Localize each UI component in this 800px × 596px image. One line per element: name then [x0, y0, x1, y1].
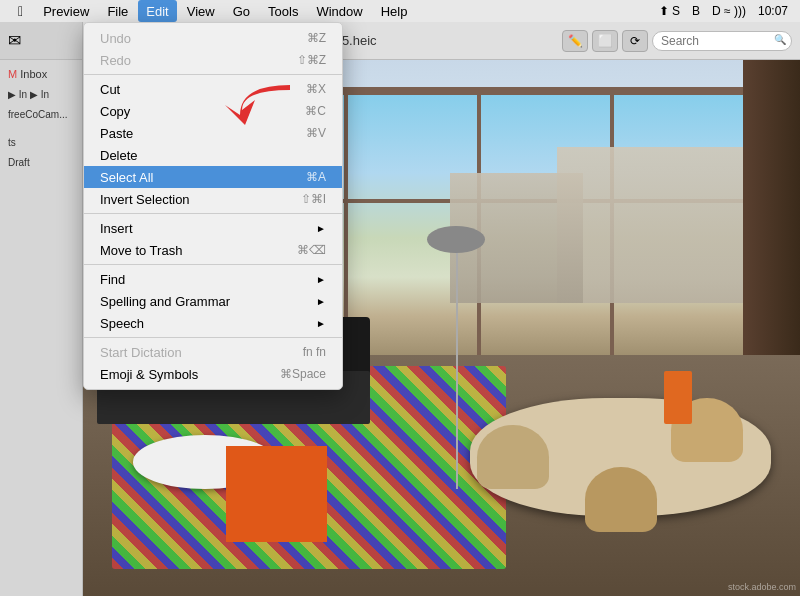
- watermark: stock.adobe.com: [728, 582, 796, 592]
- menu-item-find[interactable]: Find ►: [84, 268, 342, 290]
- menu-item-cut[interactable]: Cut ⌘X: [84, 78, 342, 100]
- menubar-window[interactable]: Window: [308, 0, 370, 22]
- mail-draft-label[interactable]: Draft: [0, 152, 82, 172]
- mail-in[interactable]: ▶ In ▶ In: [0, 84, 82, 104]
- search-container: 🔍: [652, 31, 792, 51]
- menu-item-invert-selection[interactable]: Invert Selection ⇧⌘I: [84, 188, 342, 210]
- menu-item-undo[interactable]: Undo ⌘Z: [84, 27, 342, 49]
- menubar-clock: 10:07: [754, 4, 792, 18]
- table-lamp: [664, 371, 693, 425]
- menu-item-select-all[interactable]: Select All ⌘A: [84, 166, 342, 188]
- menu-item-insert[interactable]: Insert ►: [84, 217, 342, 239]
- search-input[interactable]: [652, 31, 792, 51]
- floor-lamp-pole: [456, 248, 458, 489]
- mail-inbox[interactable]: M Inbox: [0, 64, 82, 84]
- toolbar-icons: ✏️ ⬜ ⟳ 🔍: [562, 30, 792, 52]
- orange-ottoman: [226, 446, 326, 542]
- annotate-button[interactable]: ✏️: [562, 30, 588, 52]
- floor-lamp-head: [427, 226, 484, 253]
- menu-separator-1: [84, 74, 342, 75]
- share-button[interactable]: ⬜: [592, 30, 618, 52]
- menu-separator-2: [84, 213, 342, 214]
- chair-1: [477, 425, 549, 489]
- mail-toolbar: ✉: [0, 22, 82, 60]
- rotate-button[interactable]: ⟳: [622, 30, 648, 52]
- menu-separator-3: [84, 264, 342, 265]
- menubar-battery: B: [688, 4, 704, 18]
- mail-icon: ✉: [8, 31, 21, 50]
- menu-item-copy[interactable]: Copy ⌘C: [84, 100, 342, 122]
- mail-draft[interactable]: ts: [0, 132, 82, 152]
- menubar-tools[interactable]: Tools: [260, 0, 306, 22]
- menubar-time: ⬆ S: [655, 4, 684, 18]
- menubar-view[interactable]: View: [179, 0, 223, 22]
- menubar-help[interactable]: Help: [373, 0, 416, 22]
- menubar-file[interactable]: File: [99, 0, 136, 22]
- menu-item-start-dictation[interactable]: Start Dictation fn fn: [84, 341, 342, 363]
- menu-item-redo[interactable]: Redo ⇧⌘Z: [84, 49, 342, 71]
- menu-item-move-to-trash[interactable]: Move to Trash ⌘⌫: [84, 239, 342, 261]
- menubar-wifi: D ≈ ))): [708, 4, 750, 18]
- menubar-go[interactable]: Go: [225, 0, 258, 22]
- apple-menu[interactable]: : [8, 0, 33, 22]
- menu-item-paste[interactable]: Paste ⌘V: [84, 122, 342, 144]
- gmail-icon: M: [8, 68, 17, 80]
- edit-dropdown-menu: Undo ⌘Z Redo ⇧⌘Z Cut ⌘X Copy ⌘C Paste ⌘V…: [83, 22, 343, 390]
- menu-separator-4: [84, 337, 342, 338]
- menu-item-emoji-symbols[interactable]: Emoji & Symbols ⌘Space: [84, 363, 342, 385]
- building-1: [557, 147, 743, 303]
- search-icon: 🔍: [774, 34, 786, 45]
- menubar-edit[interactable]: Edit: [138, 0, 176, 22]
- menubar:  Preview File Edit View Go Tools Window…: [0, 0, 800, 22]
- left-panel: ✉ M Inbox ▶ In ▶ In freeCoCam... ts Draf…: [0, 22, 83, 596]
- chair-2: [585, 467, 657, 531]
- menubar-preview[interactable]: Preview: [35, 0, 97, 22]
- mail-freecodecamp[interactable]: freeCoCam...: [0, 104, 82, 124]
- mail-sidebar: M Inbox ▶ In ▶ In freeCoCam... ts Draft: [0, 60, 82, 596]
- menu-item-spelling-grammar[interactable]: Spelling and Grammar ►: [84, 290, 342, 312]
- window-divider-1: [344, 95, 348, 355]
- menu-item-speech[interactable]: Speech ►: [84, 312, 342, 334]
- menu-item-delete[interactable]: Delete: [84, 144, 342, 166]
